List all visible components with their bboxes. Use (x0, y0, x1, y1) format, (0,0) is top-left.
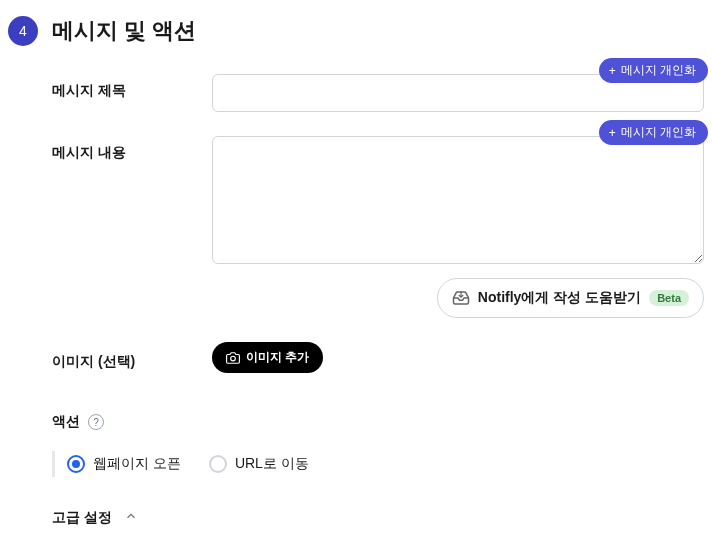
beta-badge: Beta (649, 290, 689, 306)
step-number-badge: 4 (8, 16, 38, 46)
image-label: 이미지 (선택) (52, 345, 212, 371)
add-image-button[interactable]: 이미지 추가 (212, 342, 323, 373)
inbox-icon (452, 289, 470, 307)
plus-icon: + (609, 65, 616, 77)
radio-url-navigate[interactable]: URL로 이동 (209, 455, 309, 473)
message-content-input[interactable] (212, 136, 704, 264)
section-title: 메시지 및 액션 (52, 16, 196, 46)
chevron-up-icon (124, 509, 138, 527)
personalize-title-button[interactable]: + 메시지 개인화 (599, 58, 708, 83)
radio-label: 웹페이지 오픈 (93, 455, 181, 473)
help-icon[interactable]: ? (88, 414, 104, 430)
radio-label: URL로 이동 (235, 455, 309, 473)
personalize-label: 메시지 개인화 (621, 62, 696, 79)
advanced-label: 고급 설정 (52, 509, 112, 527)
action-radio-group: 웹페이지 오픈 URL로 이동 (52, 451, 704, 477)
radio-checked-icon (67, 455, 85, 473)
camera-icon (226, 351, 240, 365)
message-content-label: 메시지 내용 (52, 136, 212, 318)
action-label: 액션 (52, 413, 80, 431)
help-button-label: Notifly에게 작성 도움받기 (478, 289, 641, 307)
advanced-settings-toggle[interactable]: 고급 설정 (52, 509, 704, 527)
step-number: 4 (19, 23, 27, 39)
radio-unchecked-icon (209, 455, 227, 473)
personalize-label: 메시지 개인화 (621, 124, 696, 141)
personalize-content-button[interactable]: + 메시지 개인화 (599, 120, 708, 145)
radio-webpage-open[interactable]: 웹페이지 오픈 (67, 455, 181, 473)
add-image-label: 이미지 추가 (246, 349, 309, 366)
plus-icon: + (609, 127, 616, 139)
message-title-label: 메시지 제목 (52, 74, 212, 112)
notifly-help-button[interactable]: Notifly에게 작성 도움받기 Beta (437, 278, 704, 318)
svg-point-0 (231, 356, 236, 361)
